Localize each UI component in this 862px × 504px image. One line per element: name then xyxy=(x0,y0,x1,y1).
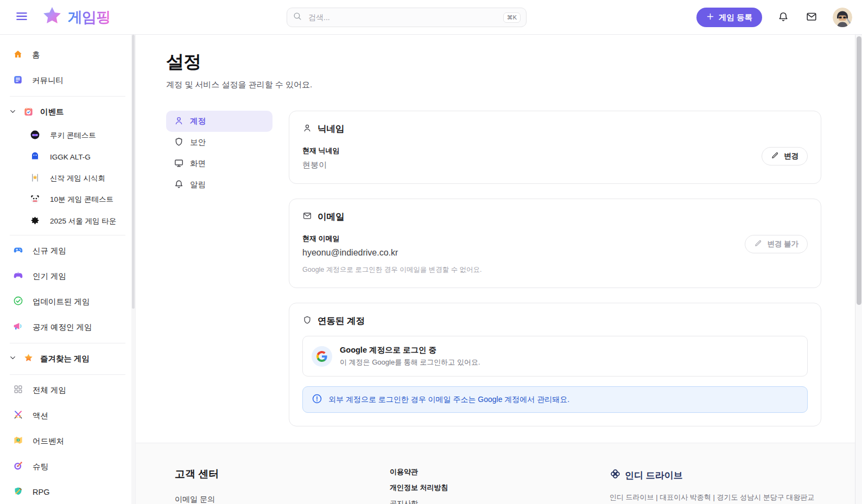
app-logo[interactable]: 게임핑 xyxy=(41,5,110,29)
sidebar-item-action[interactable]: 액션 xyxy=(0,403,135,429)
grid-icon xyxy=(13,384,23,396)
sidebar-section-events[interactable]: 이벤트 xyxy=(0,99,135,125)
calendar-icon xyxy=(23,106,34,118)
person-icon xyxy=(174,116,184,127)
search-input[interactable] xyxy=(307,12,499,22)
google-icon xyxy=(312,346,332,367)
customer-center-title: 고객 센터 xyxy=(175,467,286,481)
page-scrollbar[interactable] xyxy=(855,35,862,504)
star-icon xyxy=(23,353,34,365)
monitor-icon xyxy=(174,158,184,170)
tab-security[interactable]: 보안 xyxy=(166,132,272,153)
sidebar-scrollbar-thumb[interactable] xyxy=(132,35,135,309)
page-footer: 고객 센터 이메일 문의 이용약관 개인정보 처리방침 공지사항 xyxy=(136,443,862,504)
provider-title: Google 계정으로 로그인 중 xyxy=(340,345,480,355)
pencil-icon xyxy=(754,239,762,249)
settings-page: 설정 계정 및 서비스 설정을 관리할 수 있어요. 계정 보안 화면 xyxy=(136,35,862,443)
shield-icon xyxy=(174,137,184,149)
mail-icon xyxy=(302,211,312,223)
sidebar-item-new-games[interactable]: 신규 게임 xyxy=(0,238,135,264)
register-game-button[interactable]: 게임 등록 xyxy=(696,8,762,27)
sidebar: 홈 커뮤니티 이벤트 루키 콘테스트 IGGK ALT-G 신작 게임 시식회 … xyxy=(0,35,136,504)
hamburger-icon xyxy=(15,9,29,25)
sidebar-item-all-games[interactable]: 전체 게임 xyxy=(0,378,135,403)
email-field-label: 현재 이메일 xyxy=(302,234,808,244)
page-scrollbar-thumb[interactable] xyxy=(857,36,861,305)
tab-display[interactable]: 화면 xyxy=(166,153,272,174)
notifications-button[interactable] xyxy=(776,10,790,25)
top-header: 게임핑 ⌘K 게임 등록 xyxy=(0,0,862,35)
info-icon xyxy=(312,393,322,406)
notices-link[interactable]: 공지사항 xyxy=(390,499,448,504)
pencil-icon xyxy=(771,151,779,161)
sidebar-divider xyxy=(10,96,125,97)
linked-accounts-card: 연동된 계정 Google 계정으로 로그인 중 이 계정은 Google를 통… xyxy=(289,303,821,426)
sidebar-item-shooting[interactable]: 슈팅 xyxy=(0,454,135,480)
plus-icon xyxy=(706,12,714,22)
sidebar-item-popular-games[interactable]: 인기 게임 xyxy=(0,264,135,289)
change-nickname-button[interactable]: 변경 xyxy=(762,147,808,165)
mail-icon xyxy=(806,11,817,24)
card-title: 연동된 계정 xyxy=(318,315,365,327)
sidebar-divider xyxy=(10,235,125,235)
sidebar-scrollbar[interactable] xyxy=(131,35,135,504)
rookie-contest-icon xyxy=(30,130,40,142)
sidebar-item-rookie-contest[interactable]: 루키 콘테스트 xyxy=(0,125,135,146)
check-circle-icon xyxy=(13,296,23,308)
sidebar-item-10min-contest[interactable]: 10분 게임 콘테스트 xyxy=(0,189,135,211)
sidebar-divider xyxy=(10,374,125,375)
sidebar-item-upcoming-games[interactable]: 공개 예정인 게임 xyxy=(0,315,135,340)
user-avatar[interactable] xyxy=(833,8,852,27)
tab-account[interactable]: 계정 xyxy=(166,111,272,132)
shield-icon xyxy=(302,315,312,327)
email-value: hyeonu@indiedrive.co.kr xyxy=(302,248,808,258)
sidebar-section-favorites[interactable]: 즐겨찾는 게임 xyxy=(0,346,135,372)
settings-cards: 닉네임 현재 닉네임 현붕이 변경 이메일 xyxy=(289,111,821,426)
sidebar-divider xyxy=(10,343,125,343)
provider-description: 이 계정은 Google를 통해 로그인하고 있어요. xyxy=(340,358,480,367)
company-info: 인디 드라이브 | 대표이사 박종혁 | 경기도 성남시 분당구 대왕판교로 6… xyxy=(610,492,816,504)
star-logo-icon xyxy=(41,5,63,29)
company-name: 인디 드라이브 xyxy=(625,469,683,482)
sidebar-item-community[interactable]: 커뮤니티 xyxy=(0,68,135,93)
map-icon xyxy=(13,435,23,447)
gamepad-blue-icon xyxy=(13,245,23,257)
sidebar-item-new-game-tasting[interactable]: 신작 게임 시식회 xyxy=(0,168,135,189)
home-icon xyxy=(13,49,23,61)
sidebar-item-updated-games[interactable]: 업데이트된 게임 xyxy=(0,289,135,315)
sidebar-item-adventure[interactable]: 어드벤처 xyxy=(0,429,135,454)
gamepad-purple-icon xyxy=(13,270,23,282)
community-icon xyxy=(13,75,23,86)
crossed-swords-icon xyxy=(13,410,23,422)
bell-icon xyxy=(174,179,184,191)
sword-shield-icon xyxy=(13,486,23,498)
privacy-policy-link[interactable]: 개인정보 처리방침 xyxy=(390,483,448,493)
sidebar-item-iggk[interactable]: IGGK ALT-G xyxy=(0,146,135,168)
sidebar-item-seoul-game-town[interactable]: 2025 서울 게임 타운 xyxy=(0,210,135,232)
page-title: 설정 xyxy=(166,50,821,74)
person-icon xyxy=(302,123,312,135)
settings-nav: 계정 보안 화면 알림 xyxy=(166,111,272,426)
target-icon xyxy=(13,461,23,473)
main-area: 설정 계정 및 서비스 설정을 관리할 수 있어요. 계정 보안 화면 xyxy=(136,35,862,504)
messages-button[interactable] xyxy=(804,10,819,25)
app-title: 게임핑 xyxy=(68,8,110,27)
search-bar[interactable]: ⌘K xyxy=(287,8,527,27)
info-notice: 외부 계정으로 로그인한 경우 이메일 주소는 Google 계정에서 관리돼요… xyxy=(302,386,808,413)
email-helper-text: Google 계정으로 로그인한 경우 이메일을 변경할 수 없어요. xyxy=(302,265,808,275)
ghost-icon xyxy=(30,151,40,163)
tasting-icon xyxy=(30,173,40,184)
nickname-card: 닉네임 현재 닉네임 현붕이 변경 xyxy=(289,111,821,184)
bell-icon xyxy=(777,11,789,24)
change-email-button-disabled: 변경 불가 xyxy=(745,235,808,253)
email-inquiry-link[interactable]: 이메일 문의 xyxy=(175,495,286,504)
header-actions: 게임 등록 xyxy=(696,0,852,35)
sidebar-item-rpg[interactable]: RPG xyxy=(0,480,135,504)
terms-link[interactable]: 이용약관 xyxy=(390,467,448,477)
google-provider-card: Google 계정으로 로그인 중 이 계정은 Google를 통해 로그인하고… xyxy=(302,336,808,377)
sidebar-item-home[interactable]: 홈 xyxy=(0,42,135,68)
email-card: 이메일 현재 이메일 hyeonu@indiedrive.co.kr Googl… xyxy=(289,199,821,288)
menu-button[interactable] xyxy=(11,7,33,28)
tab-notifications[interactable]: 알림 xyxy=(166,174,272,195)
search-icon xyxy=(293,11,303,24)
